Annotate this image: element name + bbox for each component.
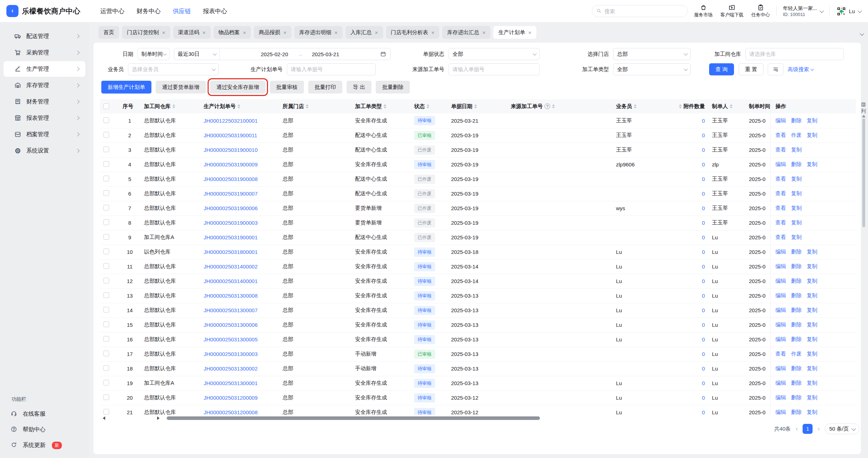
action-delete[interactable]: 删除	[791, 161, 802, 167]
attachment-count-link[interactable]: 0	[702, 161, 705, 167]
action-copy[interactable]: 复制	[807, 249, 818, 255]
close-icon[interactable]: ×	[482, 30, 486, 36]
topnav-item[interactable]: 报表中心	[203, 7, 227, 15]
plan-no-link[interactable]: JH0000025031900007	[204, 191, 258, 197]
action-copy[interactable]: 复制	[791, 234, 802, 240]
tab[interactable]: 商品报损 ×	[254, 26, 291, 39]
attachment-count-link[interactable]: 0	[702, 409, 705, 415]
row-checkbox[interactable]	[103, 394, 109, 400]
tab[interactable]: 门店毛利分析表 ×	[386, 26, 440, 39]
sidebar-item[interactable]: 配送管理	[4, 28, 85, 44]
prev-page-button[interactable]: ‹	[796, 425, 798, 432]
attachment-count-link[interactable]: 0	[702, 278, 705, 284]
action-edit[interactable]: 编辑	[776, 365, 786, 371]
action-copy[interactable]: 复制	[791, 205, 802, 211]
plan-no-link[interactable]: JH0000025031400001	[204, 278, 258, 284]
fixed-pane-scrollbar[interactable]	[103, 416, 160, 420]
row-checkbox[interactable]	[103, 147, 109, 152]
action-view[interactable]: 查看	[776, 190, 786, 196]
sort-icon[interactable]	[730, 104, 733, 108]
action-copy[interactable]: 复制	[807, 380, 818, 386]
help-icon[interactable]: ?	[545, 103, 550, 109]
tab[interactable]: 物品档案 ×	[214, 26, 251, 39]
action-edit[interactable]: 编辑	[776, 278, 786, 284]
action-view[interactable]: 查看	[776, 132, 786, 138]
sort-icon[interactable]	[237, 104, 240, 108]
column-header-date[interactable]: 单据日期	[448, 99, 507, 113]
attachment-count-link[interactable]: 0	[702, 263, 705, 270]
close-icon[interactable]: ×	[528, 30, 531, 36]
action-delete[interactable]: 删除	[791, 321, 802, 327]
action-edit[interactable]: 编辑	[776, 117, 786, 123]
plan-no-link[interactable]: JH0000025031300001	[204, 380, 258, 386]
action-delete[interactable]: 删除	[791, 278, 802, 284]
search-input[interactable]	[604, 8, 683, 14]
toolbar-button[interactable]: 通过要货单新增	[156, 81, 206, 94]
action-view[interactable]: 查看	[776, 219, 786, 225]
tab[interactable]: 渠道活码 ×	[173, 26, 211, 39]
action-copy[interactable]: 复制	[807, 365, 818, 371]
page-size-select[interactable]: 50 条/页	[825, 424, 859, 434]
toolbar-button[interactable]: 通过安全库存新增	[210, 81, 266, 94]
next-page-button[interactable]: ›	[818, 425, 820, 432]
attachment-count-link[interactable]: 0	[702, 293, 705, 299]
attachment-count-link[interactable]: 0	[702, 118, 705, 124]
action-delete[interactable]: 删除	[791, 307, 802, 313]
row-checkbox[interactable]	[103, 234, 109, 240]
close-icon[interactable]: ×	[243, 30, 246, 36]
store-select[interactable]: 总部	[613, 48, 691, 60]
sidebar-item[interactable]: 档案管理	[4, 127, 85, 142]
sidebar-item[interactable]: 生产管理	[4, 61, 85, 77]
action-copy[interactable]: 复制	[807, 336, 818, 342]
row-checkbox[interactable]	[103, 351, 109, 356]
action-delete[interactable]: 删除	[791, 292, 802, 298]
action-delete[interactable]: 删除	[791, 263, 802, 269]
scroll-right-arrow-icon[interactable]	[157, 416, 160, 420]
action-void[interactable]: 作废	[791, 351, 802, 357]
action-copy[interactable]: 复制	[791, 219, 802, 225]
column-header-status[interactable]: 状态	[411, 99, 448, 113]
action-edit[interactable]: 编辑	[776, 292, 786, 298]
row-checkbox[interactable]	[103, 176, 109, 181]
action-edit[interactable]: 编辑	[776, 307, 786, 313]
action-delete[interactable]: 删除	[791, 117, 802, 123]
plan-no-link[interactable]: JH0000025031300002	[204, 366, 258, 372]
attachment-count-link[interactable]: 0	[702, 366, 705, 372]
sidebar-item[interactable]: 系统设置	[4, 143, 85, 159]
close-icon[interactable]: ×	[375, 30, 378, 36]
attachment-count-link[interactable]: 0	[702, 191, 705, 197]
plan-no-link[interactable]: JH0000025031300008	[204, 293, 258, 299]
attachment-count-link[interactable]: 0	[702, 336, 705, 342]
row-checkbox[interactable]	[103, 161, 109, 167]
quick-link[interactable]: 任务中心	[751, 4, 770, 18]
attachment-count-link[interactable]: 0	[702, 220, 705, 226]
attachment-count-link[interactable]: 0	[702, 322, 705, 328]
toolbar-button[interactable]: 批量删除	[376, 81, 410, 94]
attachment-count-link[interactable]: 0	[702, 249, 705, 255]
sidebar-item[interactable]: 库存管理	[4, 78, 85, 93]
action-copy[interactable]: 复制	[807, 161, 818, 167]
sort-icon[interactable]	[384, 104, 386, 108]
column-header-warehouse[interactable]: 加工间仓库	[140, 99, 200, 113]
sidebar-item[interactable]: 报表管理	[4, 110, 85, 126]
action-copy[interactable]: 复制	[807, 394, 818, 400]
attachment-count-link[interactable]: 0	[702, 351, 705, 357]
quick-link[interactable]: 服务市场	[694, 4, 713, 18]
search-button[interactable]: 查 询	[709, 63, 734, 75]
plan-no-link[interactable]: JH0000025031300007	[204, 307, 258, 313]
attachment-count-link[interactable]: 0	[702, 132, 705, 138]
close-icon[interactable]: ×	[283, 30, 286, 36]
plan-no-input[interactable]: 请输入单据号	[287, 63, 376, 75]
plan-no-link[interactable]: JH0001225032100001	[204, 118, 258, 124]
action-edit[interactable]: 编辑	[776, 336, 786, 342]
column-header-check[interactable]	[100, 99, 119, 113]
action-edit[interactable]: 编辑	[776, 409, 786, 415]
plan-no-link[interactable]: JH0000025031200008	[204, 409, 258, 415]
tab[interactable]: 门店订货控制 ×	[122, 26, 170, 39]
plan-no-link[interactable]: JH0000025031800001	[204, 249, 258, 255]
action-view[interactable]: 查看	[776, 176, 786, 182]
sidebar-item[interactable]: 财务管理	[4, 94, 85, 110]
action-delete[interactable]: 删除	[791, 380, 802, 386]
scroll-left-arrow-icon[interactable]	[103, 416, 105, 420]
column-header-create_time[interactable]: 制单时间	[745, 99, 770, 113]
